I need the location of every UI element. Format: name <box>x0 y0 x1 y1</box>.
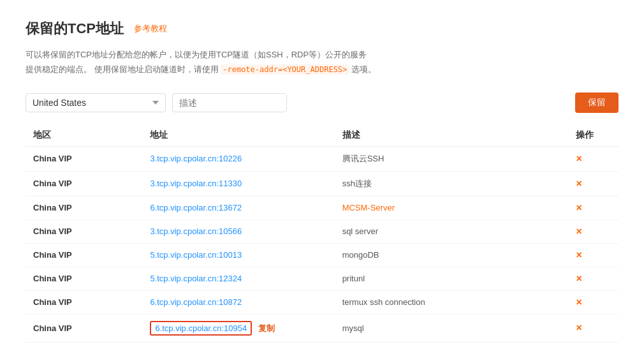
desc-highlight: -remote-addr=<YOUR_ADDRESS> <box>221 64 349 75</box>
cell-address: 6.tcp.vip.cpolar.cn:10872 <box>142 290 334 314</box>
desc-line1: 可以将保留的TCP地址分配给您的帐户，以便为使用TCP隧道（如SSH，RDP等）… <box>26 50 367 59</box>
cell-region: China VIP <box>26 243 142 267</box>
cell-description: 腾讯云SSH <box>335 146 569 171</box>
delete-icon[interactable]: × <box>576 202 582 213</box>
cell-action: × <box>568 196 618 219</box>
header-area: 保留的TCP地址 参考教程 <box>26 19 618 38</box>
table-row: China VIP6.tcp.vip.cpolar.cn:10872termux… <box>26 290 618 314</box>
delete-icon[interactable]: × <box>576 273 582 284</box>
cell-address: 6.tcp.vip.cpolar.cn:13672 <box>142 196 334 219</box>
save-button[interactable]: 保留 <box>575 93 618 113</box>
col-header-address: 地址 <box>142 124 334 147</box>
page-description: 可以将保留的TCP地址分配给您的帐户，以便为使用TCP隧道（如SSH，RDP等）… <box>26 47 618 77</box>
cell-region: China VIP <box>26 171 142 196</box>
address-link[interactable]: 3.tcp.vip.cpolar.cn:10566 <box>150 226 242 236</box>
table-row: China VIP3.tcp.vip.cpolar.cn:11330ssh连接× <box>26 171 618 196</box>
cell-address: 3.tcp.vip.cpolar.cn:10566 <box>142 219 334 243</box>
table-row: China VIP6.tcp.vip.cpolar.cn:10954复制mysq… <box>26 314 618 342</box>
delete-icon[interactable]: × <box>576 297 582 307</box>
cell-action: × <box>568 171 618 196</box>
cell-action: × <box>568 267 618 290</box>
table-header-row: 地区 地址 描述 操作 <box>26 124 618 147</box>
cell-description: mongoDB <box>335 243 569 267</box>
copy-button[interactable]: 复制 <box>258 323 275 334</box>
desc-line2: 提供稳定的端点。 使用保留地址启动隧道时，请使用 <box>26 64 219 74</box>
toolbar: United States China VIP China 保留 <box>26 93 618 113</box>
col-header-description: 描述 <box>335 124 569 147</box>
cell-address: 6.tcp.vip.cpolar.cn:10954复制 <box>142 314 334 342</box>
col-header-region: 地区 <box>26 124 142 147</box>
cell-address: 3.tcp.vip.cpolar.cn:10226 <box>142 146 334 171</box>
desc-suffix: 选项。 <box>351 64 376 74</box>
region-select[interactable]: United States China VIP China <box>26 93 166 112</box>
table-row: China VIP5.tcp.vip.cpolar.cn:12324pritun… <box>26 267 618 290</box>
table-row: China VIP3.tcp.vip.cpolar.cn:10226腾讯云SSH… <box>26 146 618 171</box>
delete-icon[interactable]: × <box>576 153 582 164</box>
cell-action: × <box>568 219 618 243</box>
address-link[interactable]: 5.tcp.vip.cpolar.cn:10013 <box>150 250 242 260</box>
col-header-action: 操作 <box>568 124 618 147</box>
address-link[interactable]: 6.tcp.vip.cpolar.cn:10872 <box>150 297 242 307</box>
cell-description: sql server <box>335 219 569 243</box>
cell-description: ssh连接 <box>335 171 569 196</box>
cell-action: × <box>568 314 618 342</box>
cell-region: China VIP <box>26 290 142 314</box>
table-row: China VIP3.tcp.vip.cpolar.cn:10566sql se… <box>26 219 618 243</box>
cell-address: 5.tcp.vip.cpolar.cn:12324 <box>142 267 334 290</box>
address-link[interactable]: 6.tcp.vip.cpolar.cn:10954 <box>155 323 247 333</box>
cell-address: 5.tcp.vip.cpolar.cn:10013 <box>142 243 334 267</box>
address-link[interactable]: 3.tcp.vip.cpolar.cn:11330 <box>150 179 242 188</box>
delete-icon[interactable]: × <box>576 322 582 333</box>
cell-action: × <box>568 146 618 171</box>
delete-icon[interactable]: × <box>576 249 582 260</box>
cell-description: pritunl <box>335 267 569 290</box>
cell-region: China VIP <box>26 146 142 171</box>
cell-region: China VIP <box>26 267 142 290</box>
page-title: 保留的TCP地址 <box>26 19 124 38</box>
table-row: China VIP6.tcp.vip.cpolar.cn:13672MCSM-S… <box>26 196 618 219</box>
address-link[interactable]: 6.tcp.vip.cpolar.cn:13672 <box>150 203 242 212</box>
cell-description: mysql <box>335 314 569 342</box>
description-input[interactable] <box>172 93 287 112</box>
cell-region: China VIP <box>26 219 142 243</box>
tcp-table: 地区 地址 描述 操作 China VIP3.tcp.vip.cpolar.cn… <box>26 124 618 343</box>
cell-action: × <box>568 290 618 314</box>
highlighted-address: 6.tcp.vip.cpolar.cn:10954 <box>150 321 252 336</box>
cell-description: MCSM-Server <box>335 196 569 219</box>
cell-region: China VIP <box>26 314 142 342</box>
table-row: China VIP5.tcp.vip.cpolar.cn:10013mongoD… <box>26 243 618 267</box>
cell-description: termux ssh connection <box>335 290 569 314</box>
address-link[interactable]: 3.tcp.vip.cpolar.cn:10226 <box>150 154 242 163</box>
address-link[interactable]: 5.tcp.vip.cpolar.cn:12324 <box>150 274 242 283</box>
cell-region: China VIP <box>26 196 142 219</box>
cell-address: 3.tcp.vip.cpolar.cn:11330 <box>142 171 334 196</box>
ref-tutorial-link[interactable]: 参考教程 <box>134 23 167 34</box>
cell-action: × <box>568 243 618 267</box>
delete-icon[interactable]: × <box>576 178 582 189</box>
delete-icon[interactable]: × <box>576 226 582 237</box>
